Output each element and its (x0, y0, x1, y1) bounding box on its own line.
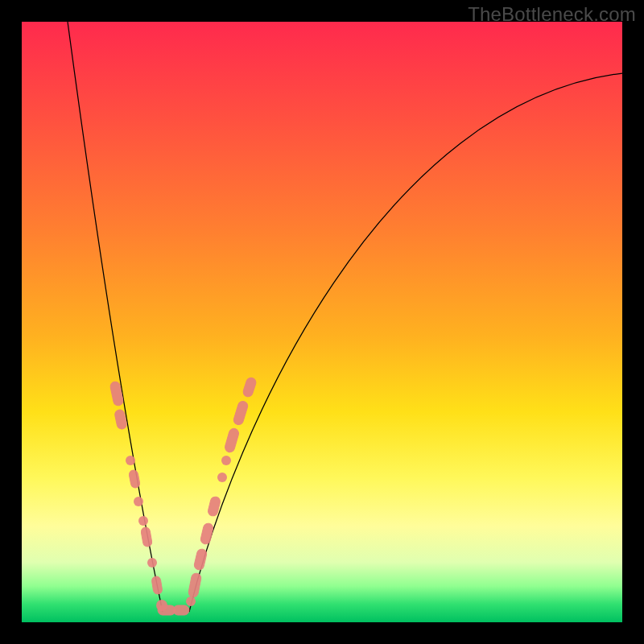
marker-right-0 (186, 597, 196, 606)
watermark-text: TheBottleneck.com (468, 3, 636, 26)
marker-right-3 (200, 522, 214, 545)
marker-left-8 (151, 576, 163, 594)
marker-left-4 (134, 497, 143, 506)
marker-right-7 (224, 427, 240, 453)
marker-right-9 (242, 377, 258, 398)
curve-right (189, 73, 622, 612)
marker-right-5 (217, 473, 227, 482)
curve-left (68, 22, 163, 612)
chart-plot-area (22, 22, 622, 622)
marker-bottom-1 (173, 605, 189, 615)
marker-left-3 (129, 469, 141, 489)
chart-curves (68, 22, 622, 612)
chart-svg (22, 22, 622, 622)
marker-left-0 (109, 381, 124, 407)
marker-right-1 (188, 572, 202, 598)
marker-left-2 (126, 456, 135, 465)
marker-right-8 (233, 400, 249, 426)
marker-left-6 (140, 526, 152, 547)
marker-left-5 (138, 516, 148, 526)
chart-markers (109, 377, 257, 615)
marker-right-2 (193, 548, 208, 571)
marker-right-6 (221, 456, 231, 465)
marker-left-7 (147, 558, 157, 568)
